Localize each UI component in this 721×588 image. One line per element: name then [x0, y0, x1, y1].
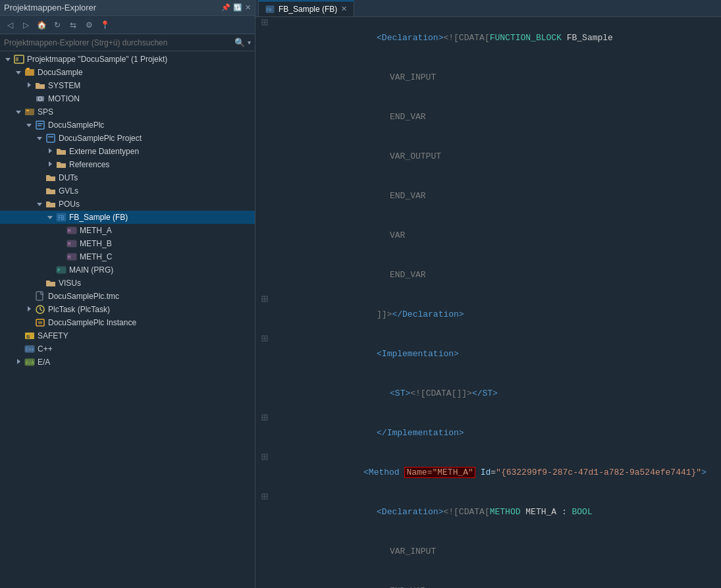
references-label: References [69, 160, 109, 169]
code-line: <Declaration><![CDATA[METHOD METH_A : BO… [255, 493, 721, 532]
tree-item-plctask[interactable]: PlcTask (PlcTask) [0, 303, 255, 316]
expand-button[interactable] [273, 255, 283, 266]
line-gutter [257, 255, 273, 256]
code-text: VAR_INPUT [283, 58, 720, 97]
expand-button[interactable] [273, 374, 283, 385]
expand-sps-icon[interactable] [13, 109, 24, 115]
tree-item-gvls[interactable]: GVLs [0, 184, 255, 198]
code-editor[interactable]: <Declaration><![CDATA[FUNCTION_BLOCK FB_… [255, 17, 721, 588]
search-icon[interactable]: 🔍 [234, 38, 245, 47]
expand-solution-icon[interactable] [3, 56, 13, 63]
expand-button[interactable] [273, 572, 283, 582]
line-gutter [257, 18, 273, 26]
system-folder-icon [34, 80, 46, 91]
svg-text:M: M [68, 228, 70, 234]
expand-button[interactable] [273, 58, 283, 68]
tree-item-meth-b[interactable]: M METH_B [0, 237, 255, 250]
expand-externetypen-icon[interactable] [45, 148, 55, 155]
ea-label: E/A [38, 358, 50, 367]
code-text: <Method Name="METH_A" Id="{632299f9-287c… [283, 453, 720, 493]
expand-docusample-icon[interactable] [13, 69, 24, 76]
tree-item-tmc[interactable]: DocuSamplePlc.tmc [0, 290, 255, 303]
expand-button[interactable] [273, 295, 283, 306]
tab-close-button[interactable]: ✕ [341, 5, 347, 13]
meth-c-icon: M [66, 252, 78, 262]
search-dropdown-icon[interactable]: ▾ [248, 39, 251, 46]
tree-item-fbsample[interactable]: FB FB_Sample (FB) [0, 211, 255, 224]
svg-rect-28 [38, 321, 42, 324]
tree-item-sps[interactable]: SPS [0, 105, 255, 119]
pin-icon[interactable]: 📌 [221, 3, 230, 12]
cpp-label: C++ [38, 344, 53, 354]
expand-plctask-icon[interactable] [24, 306, 34, 313]
back-button[interactable]: ◁ [3, 18, 17, 32]
tree-item-docusample[interactable]: DocuSample [0, 66, 255, 79]
expand-docusampleplc-icon[interactable] [24, 122, 34, 128]
expand-pous-icon[interactable] [34, 201, 45, 207]
expand-references-icon[interactable] [45, 161, 55, 168]
pin2-button[interactable]: 📍 [97, 18, 112, 32]
svg-rect-1 [16, 57, 18, 61]
expand-button[interactable] [273, 97, 283, 108]
search-input[interactable] [4, 38, 232, 47]
code-line: VAR_OUTPUT [255, 137, 721, 176]
tree-item-references[interactable]: References [0, 158, 255, 171]
tab-fbsample[interactable]: FB FB_Sample (FB) ✕ [258, 1, 354, 16]
line-gutter [257, 58, 273, 59]
expand-button[interactable] [273, 334, 283, 345]
code-text: ]]></Declaration> [283, 295, 720, 334]
expand-button[interactable] [273, 18, 283, 29]
tree-item-safety[interactable]: S SAFETY [0, 329, 255, 342]
svg-rect-11 [47, 134, 55, 142]
sync-button[interactable]: ⇆ [66, 18, 80, 32]
expand-ea-icon[interactable] [13, 359, 24, 365]
tree-item-solution[interactable]: Projektmappe "DocuSample" (1 Projekt) [0, 53, 255, 66]
motion-label: MOTION [48, 94, 80, 103]
home-button[interactable]: 🏠 [34, 18, 49, 32]
expand-button[interactable] [273, 453, 283, 464]
expand-button[interactable] [273, 216, 283, 227]
externetypen-folder-icon [55, 146, 67, 157]
expand-button[interactable] [273, 176, 283, 187]
tree-item-cpp[interactable]: C++ C++ [0, 342, 255, 356]
tree-item-meth-a[interactable]: M METH_A [0, 224, 255, 237]
tree-item-duts[interactable]: DUTs [0, 171, 255, 184]
tree-item-motion[interactable]: MOTION [0, 92, 255, 105]
line-gutter [257, 572, 273, 572]
tree-item-pous[interactable]: POUs [0, 198, 255, 211]
refresh-button[interactable]: ↻ [50, 18, 65, 32]
docusample-label: DocuSample [38, 68, 83, 77]
tree-item-ea[interactable]: E/A E/A [0, 356, 255, 369]
tree-item-meth-c[interactable]: M METH_C [0, 250, 255, 263]
forward-button[interactable]: ▷ [18, 18, 33, 32]
tree-item-main[interactable]: P MAIN (PRG) [0, 263, 255, 277]
expand-button[interactable] [273, 532, 283, 543]
editor-panel: FB FB_Sample (FB) ✕ <Declaration><![CDAT… [255, 0, 721, 588]
expand-button[interactable] [273, 493, 283, 503]
tree-item-docusampleplcproject[interactable]: DocuSamplePlc Project [0, 132, 255, 145]
expand-system-icon[interactable] [24, 82, 34, 89]
main-label: MAIN (PRG) [69, 265, 113, 275]
settings-button[interactable]: ⚙ [82, 18, 96, 32]
pin-alt-icon[interactable]: 🔃 [233, 3, 242, 12]
tree-item-system[interactable]: SYSTEM [0, 79, 255, 92]
svg-rect-9 [38, 123, 43, 124]
meth-c-label: METH_C [80, 252, 112, 261]
tree-item-externetypen[interactable]: Externe Datentypen [0, 145, 255, 158]
visus-label: VISUs [59, 279, 81, 288]
expand-docusampleplcproject-icon[interactable] [34, 135, 45, 142]
tree-item-docusampleplc[interactable]: DocuSamplePlc [0, 119, 255, 132]
cpp-icon: C++ [24, 344, 36, 354]
plctask-label: PlcTask (PlcTask) [48, 305, 110, 314]
expand-button[interactable] [273, 414, 283, 424]
expand-fbsample-icon[interactable] [45, 214, 55, 221]
docusample-icon [24, 67, 36, 78]
main-icon: P [55, 265, 67, 275]
svg-rect-10 [38, 125, 41, 126]
line-gutter [257, 414, 273, 421]
expand-button[interactable] [273, 137, 283, 147]
code-line: VAR_INPUT [255, 532, 721, 572]
tree-item-instance[interactable]: DocuSamplePlc Instance [0, 316, 255, 329]
tree-item-visus[interactable]: VISUs [0, 277, 255, 290]
close-icon[interactable]: ✕ [245, 3, 251, 12]
